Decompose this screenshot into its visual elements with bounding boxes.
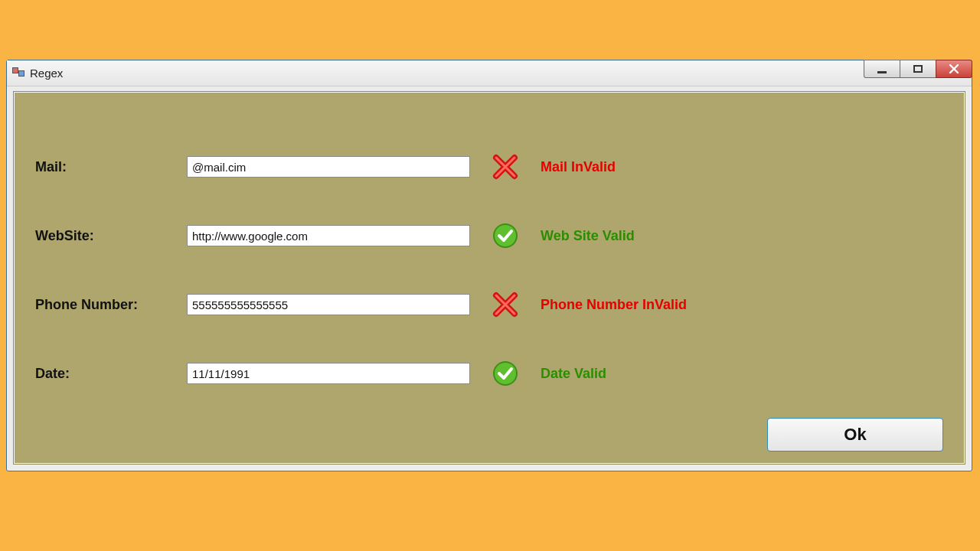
label-date: Date: xyxy=(35,366,173,382)
check-icon xyxy=(492,360,519,387)
row-mail: Mail: Mail InValid xyxy=(35,152,943,182)
mail-status-icon xyxy=(484,153,527,181)
maximize-button[interactable] xyxy=(900,60,936,78)
label-phone: Phone Number: xyxy=(35,297,173,313)
cross-icon xyxy=(492,291,519,318)
website-input[interactable] xyxy=(187,225,470,246)
minimize-button[interactable] xyxy=(864,60,900,78)
app-icon xyxy=(11,67,25,80)
label-mail: Mail: xyxy=(35,159,173,175)
row-website: WebSite: Web Site Valid xyxy=(35,220,943,251)
check-icon xyxy=(492,222,519,249)
phone-status-icon xyxy=(484,291,527,318)
mail-status-text: Mail InValid xyxy=(541,159,943,175)
window-controls xyxy=(864,60,972,78)
ok-button[interactable]: Ok xyxy=(767,418,943,452)
form: Mail: Mail InValid WebSite: xyxy=(35,152,943,427)
website-status-icon xyxy=(484,222,527,249)
client-area: Mail: Mail InValid WebSite: xyxy=(13,91,965,465)
app-window: Regex Mail: xyxy=(6,60,972,471)
window-title: Regex xyxy=(30,67,63,80)
minimize-icon xyxy=(877,71,887,73)
client-area-wrap: Mail: Mail InValid WebSite: xyxy=(7,86,972,471)
phone-input[interactable] xyxy=(187,294,470,315)
row-phone: Phone Number: Phone Number InValid xyxy=(35,289,943,320)
row-date: Date: Date Valid xyxy=(35,358,943,389)
label-website: WebSite: xyxy=(35,228,173,244)
date-status-icon xyxy=(484,360,527,387)
titlebar[interactable]: Regex xyxy=(7,60,972,86)
maximize-icon xyxy=(913,65,923,73)
date-status-text: Date Valid xyxy=(541,366,943,382)
close-icon xyxy=(949,64,959,74)
svg-point-0 xyxy=(494,224,517,247)
svg-point-1 xyxy=(494,362,517,385)
mail-input[interactable] xyxy=(187,156,470,178)
website-status-text: Web Site Valid xyxy=(541,228,943,244)
date-input[interactable] xyxy=(187,363,470,384)
cross-icon xyxy=(492,153,519,181)
phone-status-text: Phone Number InValid xyxy=(541,297,943,313)
close-button[interactable] xyxy=(936,60,972,78)
